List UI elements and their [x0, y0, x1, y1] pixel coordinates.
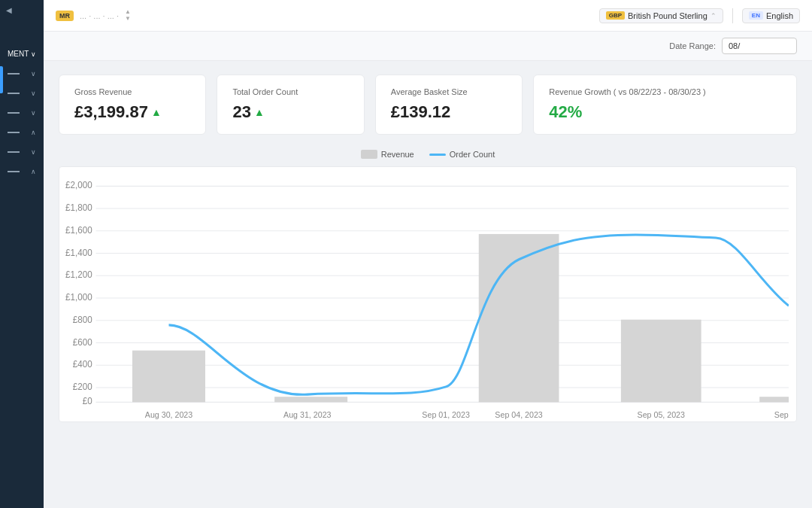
svg-text:£800: £800: [73, 315, 92, 325]
sidebar: ◀ MENT ∨ ∨ ∨ ∨ ∧ ∨ ∧: [0, 0, 44, 508]
svg-text:£200: £200: [73, 382, 92, 392]
kpi-card-gross-revenue: Gross Revenue £3,199.87 ▲: [59, 75, 206, 135]
svg-text:£1,800: £1,800: [65, 202, 92, 213]
svg-text:Aug 30, 2023: Aug 30, 2023: [145, 410, 192, 419]
legend-order-count-icon: [429, 154, 446, 156]
chevron-down-icon-6: ∨: [31, 148, 36, 156]
chevron-down-icon-2: ∨: [31, 70, 36, 78]
chevron-down-icon: ∨: [31, 50, 36, 58]
sidebar-item-3[interactable]: ∨: [0, 84, 44, 103]
kpi-label-revenue-growth: Revenue Growth ( vs 08/22/23 - 08/30/23 …: [549, 87, 781, 96]
sidebar-item-6[interactable]: ∨: [0, 142, 44, 162]
svg-text:£1,600: £1,600: [65, 225, 92, 236]
topbar-left: MR ... · ... · ... · ▲ ▼: [56, 9, 131, 22]
chevron-up-icon-7: ∧: [31, 168, 36, 175]
sidebar-item-label: MENT: [8, 50, 29, 58]
kpi-basket-size-amount: £139.12: [391, 102, 451, 122]
svg-text:£600: £600: [73, 336, 92, 347]
kpi-gross-revenue-amount: £3,199.87: [74, 102, 148, 122]
legend-order-count: Order Count: [429, 150, 495, 159]
kpi-label-gross-revenue: Gross Revenue: [74, 87, 190, 96]
legend-revenue: Revenue: [361, 150, 414, 159]
currency-chevron-icon: ⌃: [710, 12, 717, 20]
topbar-breadcrumb: ... · ... · ... ·: [80, 11, 119, 20]
sidebar-item-5[interactable]: ∧: [0, 123, 44, 142]
bar-aug30: [132, 351, 205, 403]
menu-icon-5: [8, 132, 20, 133]
date-range-input[interactable]: [722, 38, 797, 54]
chart-legend: Revenue Order Count: [59, 150, 797, 159]
sidebar-active-indicator: [0, 66, 3, 93]
kpi-value-average-basket-size: £139.12: [391, 102, 507, 122]
menu-icon-7: [8, 171, 20, 172]
chart-svg: £2,000 £1,800 £1,600 £1,400 £1,200 £1,00…: [59, 175, 789, 421]
sidebar-collapse-button[interactable]: ◀: [3, 5, 15, 16]
chevron-up-icon-5: ∧: [31, 129, 36, 136]
chart-section: Revenue Order Count: [44, 142, 812, 430]
svg-text:£1,000: £1,000: [65, 292, 92, 303]
kpi-card-revenue-growth: Revenue Growth ( vs 08/22/23 - 08/30/23 …: [533, 75, 797, 135]
svg-text:£1,400: £1,400: [65, 247, 92, 257]
arrow-up-icon-revenue: ▲: [151, 106, 162, 118]
chevron-down-icon-3: ∨: [31, 90, 36, 97]
kpi-card-average-basket-size: Average Basket Size £139.12: [375, 75, 523, 135]
topbar-right: GBP British Pound Sterling ⌃ EN English: [599, 8, 800, 23]
legend-revenue-icon: [361, 150, 377, 159]
svg-text:Aug 31, 2023: Aug 31, 2023: [283, 410, 331, 419]
svg-text:Sep: Sep: [774, 410, 789, 419]
kpi-order-count-amount: 23: [232, 102, 250, 122]
bar-sep05: [621, 320, 701, 403]
svg-text:£1,200: £1,200: [65, 269, 92, 280]
lang-label: English: [766, 11, 793, 20]
sidebar-item-4[interactable]: ∨: [0, 103, 44, 123]
topbar-mr-tag: MR: [56, 11, 74, 21]
svg-text:£400: £400: [73, 359, 92, 370]
date-range-bar: Date Range:: [44, 32, 812, 61]
bar-sep-partial: [759, 397, 789, 402]
menu-icon-4: [8, 112, 20, 114]
breadcrumb-stepper[interactable]: ▲ ▼: [125, 9, 131, 22]
kpi-value-total-order-count: 23 ▲: [232, 102, 348, 122]
currency-label: British Pound Sterling: [628, 11, 707, 20]
sidebar-item-management[interactable]: MENT ∨: [0, 44, 44, 64]
currency-tag: GBP: [606, 11, 625, 20]
topbar: MR ... · ... · ... · ▲ ▼ GBP British Pou…: [44, 0, 812, 32]
kpi-label-total-order-count: Total Order Count: [232, 87, 348, 96]
date-range-label: Date Range:: [669, 41, 716, 50]
arrow-up-icon-orders: ▲: [254, 106, 265, 118]
kpi-label-average-basket-size: Average Basket Size: [391, 87, 507, 96]
svg-text:Sep 04, 2023: Sep 04, 2023: [495, 410, 542, 419]
menu-icon-3: [8, 93, 20, 94]
menu-icon-6: [8, 151, 20, 153]
kpi-value-revenue-growth: 42%: [549, 102, 781, 122]
lang-tag: EN: [749, 11, 763, 20]
language-selector[interactable]: EN English: [742, 8, 800, 23]
main-content: MR ... · ... · ... · ▲ ▼ GBP British Pou…: [44, 0, 812, 508]
topbar-divider: [732, 8, 733, 23]
svg-text:£2,000: £2,000: [65, 180, 92, 190]
sidebar-item-2[interactable]: ∨: [0, 64, 44, 84]
currency-selector[interactable]: GBP British Pound Sterling ⌃: [599, 8, 723, 23]
legend-revenue-label: Revenue: [381, 150, 414, 159]
menu-icon: [8, 73, 20, 75]
kpi-card-total-order-count: Total Order Count 23 ▲: [217, 75, 364, 135]
chart-container: £2,000 £1,800 £1,600 £1,400 £1,200 £1,00…: [59, 166, 797, 422]
content-area: Gross Revenue £3,199.87 ▲ Total Order Co…: [44, 61, 812, 508]
bar-aug31: [274, 397, 347, 402]
kpi-row: Gross Revenue £3,199.87 ▲ Total Order Co…: [44, 61, 812, 142]
kpi-revenue-growth-amount: 42%: [549, 102, 582, 122]
svg-text:Sep 01, 2023: Sep 01, 2023: [422, 410, 469, 419]
svg-text:Sep 05, 2023: Sep 05, 2023: [638, 410, 685, 419]
legend-order-count-label: Order Count: [450, 150, 495, 159]
svg-text:£0: £0: [83, 396, 92, 406]
kpi-value-gross-revenue: £3,199.87 ▲: [74, 102, 190, 122]
sidebar-item-7[interactable]: ∧: [0, 162, 44, 181]
chevron-down-icon-4: ∨: [31, 109, 36, 117]
